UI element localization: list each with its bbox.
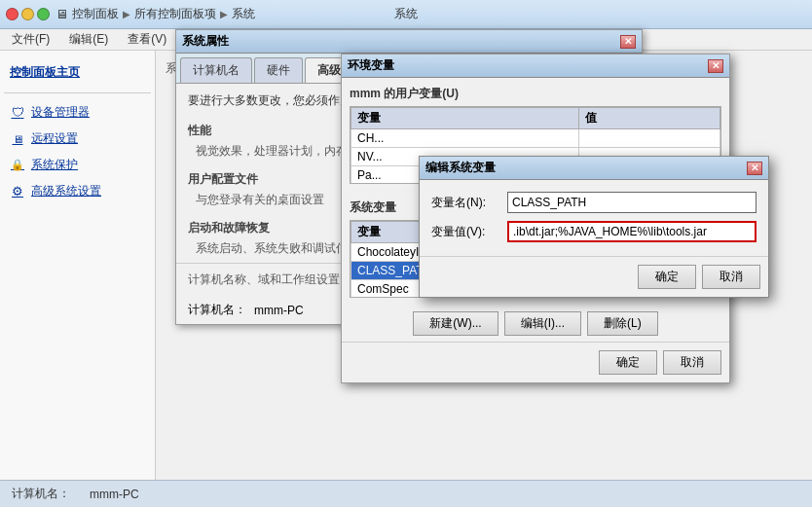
close-button[interactable] (6, 8, 18, 20)
varname-input[interactable] (507, 192, 757, 213)
envvars-close-button[interactable]: ✕ (708, 59, 723, 73)
editsysvar-footer: 确定 取消 (420, 256, 768, 297)
varval-row: 变量值(V): (431, 221, 757, 242)
editsysvar-title: 编辑系统变量 (425, 160, 747, 176)
sidebar-item-advanced-system[interactable]: 高级系统设置 (0, 178, 155, 204)
sidebar-item-remote-settings[interactable]: 远程设置 (0, 126, 155, 152)
varname-label: 变量名(N): (431, 195, 499, 211)
user-env-row-1[interactable]: CH... (351, 129, 720, 148)
editsysvar-close-button[interactable]: ✕ (747, 162, 762, 175)
menu-edit[interactable]: 编辑(E) (65, 29, 112, 50)
breadcrumb-arrow2: ▶ (220, 9, 228, 19)
editsysvar-dialog: 编辑系统变量 ✕ 变量名(N): 变量值(V): 确定 取消 (419, 156, 769, 298)
minimize-button[interactable] (21, 8, 34, 20)
sidebar-item-device-manager[interactable]: 设备管理器 (0, 99, 155, 126)
cn-label: 计算机名： (188, 302, 246, 318)
sidebar-label-device-manager: 设备管理器 (31, 104, 90, 121)
envvars-title: 环境变量 (348, 57, 708, 74)
remote-icon (10, 131, 25, 147)
maximize-button[interactable] (37, 8, 50, 20)
sidebar-label-advanced-system: 高级系统设置 (31, 183, 101, 199)
envvars-ok-button[interactable]: 确定 (599, 350, 657, 375)
sys-new-button[interactable]: 新建(W)... (413, 311, 498, 336)
user-col-val: 值 (578, 108, 720, 129)
menu-view[interactable]: 查看(V) (124, 29, 170, 50)
editsysvar-cancel-button[interactable]: 取消 (702, 265, 760, 289)
title-bar: 🖥 控制面板 ▶ 所有控制面板项 ▶ 系统 系统 (0, 0, 812, 29)
sys-env-buttons: 新建(W)... 编辑(I)... 删除(L) (342, 306, 729, 342)
user-env-val-1 (578, 129, 720, 148)
envvars-footer: 确定 取消 (342, 342, 729, 382)
tab-computername[interactable]: 计算机名 (180, 57, 252, 83)
sidebar: 控制面板主页 设备管理器 远程设置 系统保护 高级系统设置 (0, 51, 156, 507)
user-col-var: 变量 (351, 108, 579, 129)
computer-name-value: mmm-PC (90, 488, 139, 501)
sys-edit-button[interactable]: 编辑(I)... (504, 311, 581, 336)
sidebar-header[interactable]: 控制面板主页 (0, 58, 155, 87)
protect-icon (10, 158, 25, 173)
window-title: 系统 (394, 6, 418, 22)
editsysvar-ok-button[interactable]: 确定 (638, 265, 696, 289)
breadcrumb-icon: 🖥 (55, 7, 68, 21)
window-controls (6, 8, 50, 20)
gear-icon (10, 184, 25, 199)
editsysvar-title-bar[interactable]: 编辑系统变量 ✕ (420, 157, 768, 180)
breadcrumb-arrow1: ▶ (123, 9, 130, 19)
tab-hardware[interactable]: 硬件 (254, 57, 303, 83)
breadcrumb-part2[interactable]: 所有控制面板项 (134, 6, 216, 22)
varname-row: 变量名(N): (431, 192, 757, 213)
breadcrumb-part1[interactable]: 控制面板 (72, 6, 119, 22)
editsysvar-content: 变量名(N): 变量值(V): (420, 180, 768, 256)
sidebar-label-remote-settings: 远程设置 (31, 130, 78, 147)
sidebar-label-system-protection: 系统保护 (31, 157, 78, 173)
sidebar-item-system-protection[interactable]: 系统保护 (0, 152, 155, 178)
breadcrumb-part3[interactable]: 系统 (232, 6, 255, 22)
sys-delete-button[interactable]: 删除(L) (587, 311, 658, 336)
sysprop-close-button[interactable]: ✕ (620, 35, 636, 49)
user-env-title: mmm 的用户变量(U) (350, 86, 721, 102)
computer-name-label: 计算机名： (12, 486, 70, 502)
menu-file[interactable]: 文件(F) (8, 29, 54, 50)
sysprop-title: 系统属性 (182, 33, 620, 50)
bottom-bar: 计算机名： mmm-PC (0, 480, 812, 507)
cn-value: mmm-PC (254, 304, 304, 317)
user-env-var-1: CH... (351, 129, 579, 148)
breadcrumb: 🖥 控制面板 ▶ 所有控制面板项 ▶ 系统 (55, 6, 255, 22)
varval-label: 变量值(V): (431, 224, 499, 240)
varval-input[interactable] (507, 221, 757, 242)
sysprop-title-bar[interactable]: 系统属性 ✕ (176, 30, 642, 54)
main-window: 🖥 控制面板 ▶ 所有控制面板项 ▶ 系统 系统 文件(F) 编辑(E) 查看(… (0, 0, 812, 507)
sidebar-divider (4, 92, 151, 93)
bottom-label-text: 计算机名称、域和工作组设置 (188, 272, 340, 286)
envvars-cancel-button[interactable]: 取消 (663, 350, 721, 375)
envvars-title-bar[interactable]: 环境变量 ✕ (342, 54, 729, 78)
shield-icon (10, 105, 25, 121)
